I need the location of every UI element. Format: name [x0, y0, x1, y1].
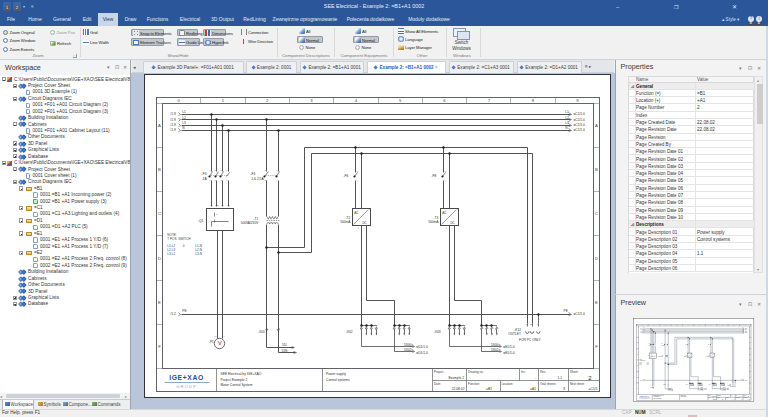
svg-text:-F3: -F3	[202, 172, 207, 176]
svg-text:F: F	[158, 344, 161, 349]
svg-text:Control systems: Control systems	[326, 378, 350, 382]
svg-text:A: A	[595, 123, 598, 128]
svg-text:=D1/1.0: =D1/1.0	[416, 345, 428, 349]
svg-text:L3: L3	[565, 121, 569, 125]
svg-text:=A1: =A1	[530, 387, 536, 391]
svg-text:2: 2	[748, 396, 749, 397]
svg-text:22.08.02: 22.08.02	[452, 387, 465, 391]
svg-text:=C1/1: =C1/1	[589, 387, 598, 391]
svg-text:/1.9: /1.9	[170, 118, 176, 122]
svg-text:.: .	[516, 376, 517, 380]
svg-text:=C1/1.0: =C1/1.0	[573, 112, 585, 116]
svg-text:Total sheets:: Total sheets:	[540, 382, 556, 386]
svg-text:L3: L3	[182, 121, 186, 125]
svg-text:51N: 51N	[282, 349, 289, 353]
svg-text:500mA: 500mA	[340, 220, 351, 224]
svg-text:=B1: =B1	[486, 387, 492, 391]
svg-text:/1.9: /1.9	[170, 123, 176, 127]
svg-text:-F6: -F6	[344, 174, 349, 178]
svg-text:1,6-2,5A: 1,6-2,5A	[251, 177, 264, 181]
svg-text:Int.:: Int.:	[521, 370, 526, 374]
svg-text:Motor Control System: Motor Control System	[221, 383, 253, 387]
svg-text:Power supply: Power supply	[326, 372, 346, 376]
svg-text:22.08.02: 22.08.02	[713, 398, 717, 399]
svg-text:Location:: Location:	[502, 382, 514, 386]
svg-text:L2: L2	[565, 116, 569, 120]
svg-text:-X02: -X02	[346, 330, 353, 334]
svg-text:A: A	[158, 123, 161, 128]
svg-text:B: B	[158, 167, 161, 172]
svg-text:=C1/1.0: =C1/1.0	[573, 118, 585, 122]
svg-text:L2: L2	[182, 116, 186, 120]
svg-text:OUTLET: OUTLET	[508, 332, 521, 336]
svg-text:Function:: Function:	[468, 382, 480, 386]
svg-text:D: D	[595, 256, 598, 261]
svg-text:Example 2: Example 2	[712, 396, 717, 397]
svg-text:8: 8	[563, 387, 565, 391]
svg-text:FOR PC ONLY: FOR PC ONLY	[519, 338, 542, 342]
svg-text:IGE+XAO: IGE+XAO	[169, 374, 204, 381]
svg-text:Drawing no.:: Drawing no.:	[468, 370, 484, 374]
svg-text:E: E	[158, 300, 161, 305]
svg-text:Sheet:: Sheet:	[570, 370, 579, 374]
svg-text:.: .	[326, 383, 327, 387]
svg-text:IGE+XAO: IGE+XAO	[640, 395, 649, 397]
svg-text:Project Example 2: Project Example 2	[221, 378, 248, 382]
svg-text:/1.2: /1.2	[170, 312, 176, 316]
svg-text:-: -	[452, 227, 453, 230]
svg-text:-: -	[364, 227, 365, 230]
svg-text:C: C	[595, 211, 598, 216]
svg-text:51L: 51L	[282, 343, 288, 347]
svg-text:1.1: 1.1	[557, 376, 562, 380]
svg-text:5302>: 5302>	[491, 348, 500, 352]
svg-text:V: V	[652, 387, 653, 388]
svg-text:5300>: 5300>	[491, 343, 500, 347]
svg-text:=C1/1.0: =C1/1.0	[573, 123, 585, 127]
svg-text:PE: PE	[182, 309, 186, 313]
svg-text:T POS. SWITCH: T POS. SWITCH	[639, 360, 645, 361]
svg-text:Project:: Project:	[434, 370, 444, 374]
svg-text:OUTLET: OUTLET	[727, 384, 731, 385]
svg-text:Next sheet:: Next sheet:	[570, 382, 585, 386]
svg-text:L3-L1: L3-L1	[167, 252, 175, 256]
svg-text:500VA/230V: 500VA/230V	[241, 221, 260, 225]
svg-text:Date:: Date:	[434, 382, 441, 386]
svg-text:-F4: -F4	[250, 172, 255, 176]
svg-text:-Q1: -Q1	[198, 219, 204, 223]
svg-text:PE: PE	[564, 309, 568, 313]
svg-text:C: C	[158, 211, 161, 216]
svg-text:=E1/1.0: =E1/1.0	[503, 345, 514, 349]
svg-text:0: 0	[183, 244, 185, 248]
svg-text:GROUP: GROUP	[642, 398, 647, 399]
svg-text:.: .	[535, 376, 536, 380]
svg-text:500mA: 500mA	[428, 220, 439, 224]
svg-text:F: F	[595, 344, 598, 349]
svg-text:E: E	[595, 300, 598, 305]
svg-text:-X01: -X01	[258, 330, 265, 334]
svg-text:5300>: 5300>	[404, 343, 413, 347]
svg-text:=C1/1.0: =C1/1.0	[573, 128, 585, 132]
svg-text:D: D	[158, 256, 161, 261]
svg-text:-P1: -P1	[209, 340, 214, 344]
svg-text:-F8: -F8	[432, 174, 437, 178]
svg-text:=D1/1.0: =D1/1.0	[416, 351, 428, 355]
svg-text:T POS. SWITCH: T POS. SWITCH	[167, 237, 190, 241]
svg-text:V: V	[218, 340, 222, 346]
svg-text:B: B	[595, 167, 598, 172]
svg-text:Rev.:: Rev.:	[540, 370, 547, 374]
svg-text:L1: L1	[182, 110, 186, 114]
svg-text:SEE Electrical by IGE+XAO: SEE Electrical by IGE+XAO	[221, 372, 262, 376]
svg-text:/1.9: /1.9	[170, 112, 176, 116]
svg-text:FOR PC ONLY: FOR PC ONLY	[730, 386, 736, 387]
svg-text:L1: L1	[565, 110, 569, 114]
svg-text:/1.9: /1.9	[170, 128, 176, 132]
svg-text:=E1/1.0: =E1/1.0	[503, 351, 514, 355]
svg-text:5302>: 5302>	[404, 348, 413, 352]
svg-text:GROUP: GROUP	[176, 384, 196, 389]
svg-text:L3-N: L3-N	[195, 252, 202, 256]
svg-text:-X03: -X03	[434, 330, 441, 334]
svg-text:=C1/1.0: =C1/1.0	[573, 312, 585, 316]
svg-text:Example 2: Example 2	[448, 376, 464, 380]
